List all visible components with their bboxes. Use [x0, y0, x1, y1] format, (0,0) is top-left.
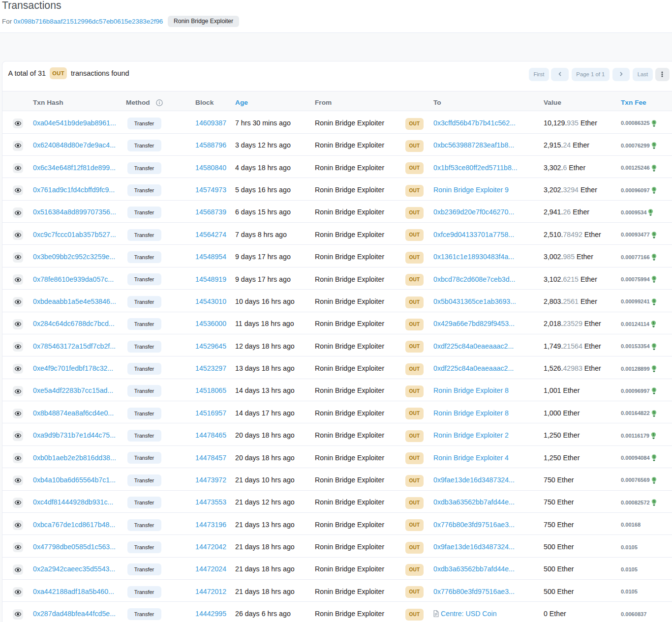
svg-text:$: $ [653, 344, 655, 348]
svg-text:$: $ [653, 120, 655, 124]
svg-text:$: $ [653, 477, 655, 481]
svg-text:$: $ [653, 165, 655, 169]
svg-text:$: $ [653, 433, 655, 437]
svg-text:$: $ [653, 388, 655, 392]
svg-text:$: $ [653, 187, 655, 191]
svg-text:$: $ [653, 143, 655, 147]
svg-text:$: $ [653, 321, 655, 325]
svg-text:$: $ [653, 455, 655, 459]
svg-text:$: $ [653, 232, 655, 236]
svg-text:$: $ [653, 277, 655, 281]
svg-text:$: $ [650, 209, 652, 213]
svg-text:$: $ [653, 254, 655, 258]
svg-text:$: $ [653, 500, 655, 504]
svg-text:$: $ [653, 366, 655, 370]
svg-text:$: $ [653, 299, 655, 303]
svg-text:$: $ [653, 411, 655, 415]
